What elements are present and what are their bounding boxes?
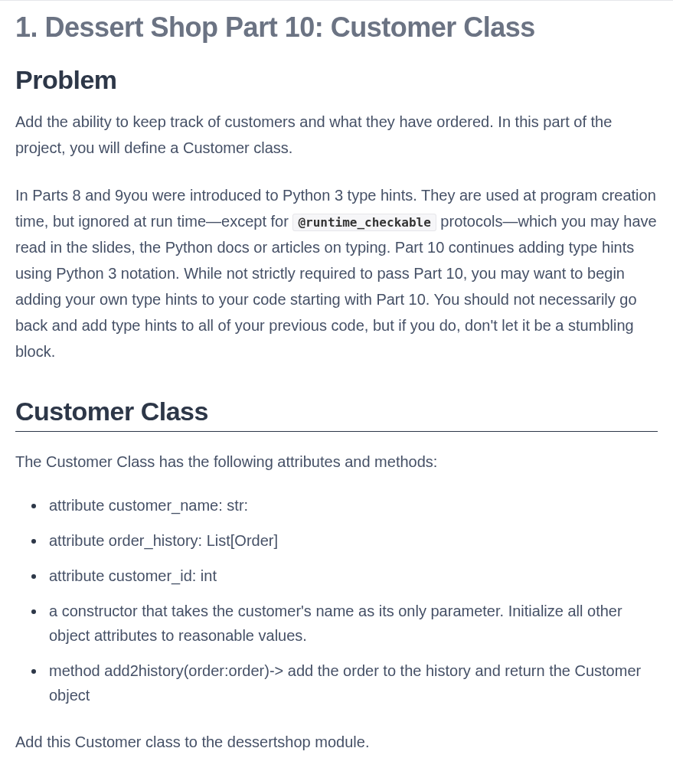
document-container: 1. Dessert Shop Part 10: Customer Class … xyxy=(0,0,673,770)
problem-para-2: In Parts 8 and 9you were introduced to P… xyxy=(15,182,658,364)
problem-heading: Problem xyxy=(15,65,658,95)
list-item: a constructor that takes the customer's … xyxy=(46,599,658,648)
page-title: 1. Dessert Shop Part 10: Customer Class xyxy=(15,11,658,44)
list-item: method add2history(order:order)-> add th… xyxy=(46,658,658,707)
customer-intro: The Customer Class has the following att… xyxy=(15,449,658,475)
problem-para-2-post: protocols—which you may have read in the… xyxy=(15,213,657,360)
customer-attributes-list: attribute customer_name: str: attribute … xyxy=(15,493,658,707)
runtime-checkable-code: @runtime_checkable xyxy=(292,214,436,231)
list-item: attribute order_history: List[Order] xyxy=(46,528,658,553)
customer-class-heading: Customer Class xyxy=(15,397,658,432)
list-item: attribute customer_id: int xyxy=(46,564,658,588)
list-item: attribute customer_name: str: xyxy=(46,493,658,518)
customer-footer: Add this Customer class to the dessertsh… xyxy=(15,729,658,755)
problem-para-1: Add the ability to keep track of custome… xyxy=(15,109,658,161)
